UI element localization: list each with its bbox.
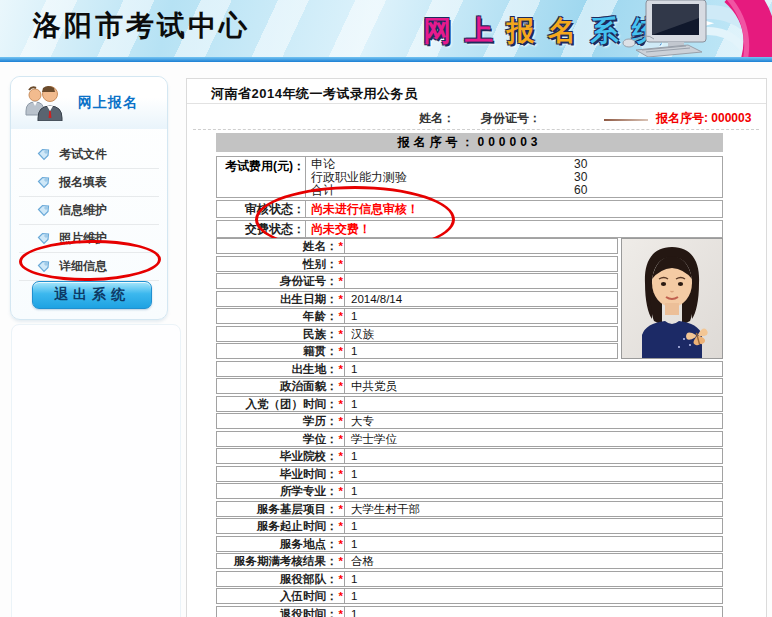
required-asterisk: * xyxy=(339,328,343,340)
fee-label: 考试费用(元)： xyxy=(217,157,306,197)
row-value: 合格 xyxy=(345,554,374,568)
table-row: 所学专业：* 1 xyxy=(216,483,723,499)
header-banner: 洛阳市考试中心 网 上 报 名 系 统 xyxy=(0,0,772,57)
system-name-char: 上 xyxy=(465,15,496,46)
payment-status-row: 交费状态： 尚未交费！ xyxy=(216,220,723,238)
table-row: 年龄：* 1 xyxy=(216,308,618,324)
row-label: 性别：* xyxy=(217,257,345,271)
sidebar: 网上报名 考试文件 报名填表 xyxy=(10,76,168,320)
row-label: 退役时间：* xyxy=(217,607,345,617)
row-value: 大专 xyxy=(345,414,374,428)
applicant-photo xyxy=(621,238,723,359)
sidebar-item-label: 详细信息 xyxy=(59,258,107,275)
sidebar-title: 网上报名 xyxy=(78,94,138,112)
required-asterisk: * xyxy=(339,503,343,515)
row-label: 服务起止时间：* xyxy=(217,519,345,533)
required-asterisk: * xyxy=(339,398,343,410)
sidebar-item[interactable]: 照片维护 xyxy=(19,225,159,253)
row-value: 1 xyxy=(345,537,357,551)
required-asterisk: * xyxy=(339,345,343,357)
row-label: 入党（团）时间：* xyxy=(217,397,345,411)
row-value xyxy=(345,274,351,288)
required-asterisk: * xyxy=(339,450,343,462)
required-asterisk: * xyxy=(339,573,343,585)
dashed-separator xyxy=(193,129,759,130)
row-label: 姓名：* xyxy=(217,239,345,253)
table-row: 服役部队：* 1 xyxy=(216,571,723,587)
table-row: 性别：* xyxy=(216,256,618,272)
sidebar-item[interactable]: 报名填表 xyxy=(19,169,159,197)
table-row: 服务地点：* 1 xyxy=(216,536,723,552)
row-label: 服务期满考核结果：* xyxy=(217,554,345,568)
audit-status-row: 审核状态： 尚未进行信息审核！ xyxy=(216,200,723,218)
table-row: 出生日期：* 2014/8/14 xyxy=(216,291,618,307)
table-row: 毕业院校：* 1 xyxy=(216,448,723,464)
audit-status-label: 审核状态： xyxy=(217,201,306,217)
table-row: 姓名：* xyxy=(216,238,618,254)
required-asterisk: * xyxy=(339,293,343,305)
fee-item-name: 申论 xyxy=(311,157,335,171)
sidebar-item[interactable]: 考试文件 xyxy=(19,141,159,169)
row-value: 2014/8/14 xyxy=(345,292,402,306)
tag-icon xyxy=(37,260,50,273)
required-asterisk: * xyxy=(339,485,343,497)
title-separator xyxy=(187,103,766,104)
underline-mark xyxy=(604,119,648,121)
table-row: 学历：* 大专 xyxy=(216,413,723,429)
registration-number-bar: 报名序号：000003 xyxy=(216,133,723,152)
registration-number: 报名序号: 000003 xyxy=(656,110,751,127)
fee-line: 合计 60 xyxy=(306,184,722,197)
sidebar-item[interactable]: 详细信息 xyxy=(19,253,159,281)
row-value: 1 xyxy=(345,484,357,498)
row-label: 出生地：* xyxy=(217,362,345,376)
table-row: 退役时间：* 1 xyxy=(216,606,723,617)
row-label: 服务地点：* xyxy=(217,537,345,551)
logout-button[interactable]: 退出系统 xyxy=(32,281,152,309)
fee-values: 申论 30 行政职业能力测验 30 合计 60 xyxy=(306,157,722,197)
identity-row: 姓名： 身份证号： 报名序号: 000003 xyxy=(187,110,766,128)
row-label: 毕业院校：* xyxy=(217,449,345,463)
tag-icon xyxy=(37,232,50,245)
table-row: 身份证号：* xyxy=(216,273,618,289)
sidebar-lower-panel xyxy=(11,324,181,617)
required-asterisk: * xyxy=(339,520,343,532)
row-label: 入伍时间：* xyxy=(217,589,345,603)
tag-icon xyxy=(37,176,50,189)
fee-item-name: 合计 xyxy=(311,183,335,197)
sidebar-item-label: 信息维护 xyxy=(59,202,107,219)
row-label: 学历：* xyxy=(217,414,345,428)
table-row: 入党（团）时间：* 1 xyxy=(216,396,723,412)
tag-icon xyxy=(37,204,50,217)
row-value: 汉族 xyxy=(345,327,374,341)
fee-line: 行政职业能力测验 30 xyxy=(306,171,722,184)
row-value: 1 xyxy=(345,572,357,586)
row-value: 学士学位 xyxy=(345,432,397,446)
row-value: 大学生村干部 xyxy=(345,502,420,516)
fee-item-name: 行政职业能力测验 xyxy=(311,170,407,184)
sidebar-item[interactable]: 信息维护 xyxy=(19,197,159,225)
fee-item-amount: 60 xyxy=(574,184,587,197)
row-label: 出生日期：* xyxy=(217,292,345,306)
required-asterisk: * xyxy=(339,415,343,427)
row-value: 1 xyxy=(345,362,357,376)
row-value: 1 xyxy=(345,589,357,603)
table-row: 服务起止时间：* 1 xyxy=(216,518,723,534)
row-value: 1 xyxy=(345,309,357,323)
row-value: 1 xyxy=(345,467,357,481)
audit-status-value: 尚未进行信息审核！ xyxy=(306,201,419,217)
required-asterisk: * xyxy=(339,310,343,322)
payment-status-value: 尚未交费！ xyxy=(306,221,371,237)
row-value: 1 xyxy=(345,519,357,533)
required-asterisk: * xyxy=(339,608,343,617)
required-asterisk: * xyxy=(339,555,343,567)
row-label: 毕业时间：* xyxy=(217,467,345,481)
required-asterisk: * xyxy=(339,240,343,252)
table-row: 政治面貌：* 中共党员 xyxy=(216,378,723,394)
idcard-label: 身份证号： xyxy=(481,110,541,127)
page: 洛阳市考试中心 网 上 报 名 系 统 xyxy=(0,0,772,617)
required-asterisk: * xyxy=(339,538,343,550)
table-row: 民族：* 汉族 xyxy=(216,326,618,342)
payment-status-label: 交费状态： xyxy=(217,221,306,237)
system-name-char: 网 xyxy=(423,15,454,46)
system-name-char: 报 xyxy=(507,15,538,46)
